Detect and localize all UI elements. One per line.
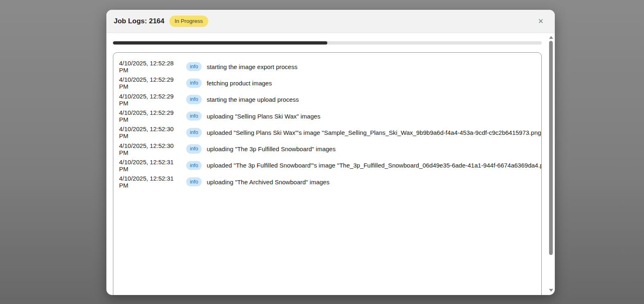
log-message: uploading "The 3p Fulfilled Snowboard" i… (207, 145, 336, 152)
scrollbar-thumb[interactable] (549, 41, 553, 255)
progress-bar (113, 41, 542, 45)
close-icon[interactable]: × (536, 16, 546, 27)
log-message: uploaded "Selling Plans Ski Wax"'s image… (207, 129, 542, 136)
modal-title: Job Logs: 2164 (114, 17, 164, 25)
log-timestamp: 4/10/2025, 12:52:31 PM (119, 175, 181, 189)
log-message: uploaded "The 3p Fulfilled Snowboard"'s … (207, 162, 542, 169)
log-row: 4/10/2025, 12:52:29 PM info fetching pro… (119, 75, 536, 91)
log-level-badge: info (186, 144, 202, 154)
log-row: 4/10/2025, 12:52:29 PM info starting the… (119, 92, 536, 108)
log-row: 4/10/2025, 12:52:31 PM info uploading "T… (119, 174, 536, 190)
log-message: fetching product images (207, 80, 272, 87)
log-timestamp: 4/10/2025, 12:52:29 PM (119, 76, 181, 90)
modal-header: Job Logs: 2164 In Progress × (106, 10, 555, 33)
log-row: 4/10/2025, 12:52:30 PM info uploaded "Se… (119, 124, 536, 141)
progress-fill (113, 41, 327, 45)
log-timestamp: 4/10/2025, 12:52:31 PM (119, 159, 181, 172)
log-level-badge: info (186, 128, 202, 137)
log-message: starting the image export process (207, 63, 297, 70)
log-row: 4/10/2025, 12:52:29 PM info uploading "S… (119, 108, 536, 124)
log-row: 4/10/2025, 12:52:31 PM info uploaded "Th… (119, 157, 536, 174)
log-message: uploading "Selling Plans Ski Wax" images (207, 113, 320, 120)
job-logs-modal: Job Logs: 2164 In Progress × 4/10/2025, … (106, 10, 555, 295)
log-level-badge: info (186, 161, 202, 170)
log-timestamp: 4/10/2025, 12:52:30 PM (119, 142, 181, 156)
log-level-badge: info (186, 78, 202, 88)
scroll-down-icon[interactable] (549, 289, 553, 292)
log-panel[interactable]: 4/10/2025, 12:52:28 PM info starting the… (113, 52, 542, 295)
log-row: 4/10/2025, 12:52:30 PM info uploading "T… (119, 141, 536, 157)
log-timestamp: 4/10/2025, 12:52:30 PM (119, 125, 181, 139)
log-timestamp: 4/10/2025, 12:52:29 PM (119, 109, 181, 123)
modal-body: 4/10/2025, 12:52:28 PM info starting the… (106, 33, 555, 295)
log-row: 4/10/2025, 12:52:28 PM info starting the… (119, 58, 536, 75)
log-level-badge: info (186, 95, 202, 104)
log-message: uploading "The Archived Snowboard" image… (207, 179, 329, 186)
log-message: starting the image upload process (207, 96, 299, 103)
log-level-badge: info (186, 112, 202, 121)
log-level-badge: info (186, 177, 202, 187)
scroll-up-icon[interactable] (549, 36, 553, 39)
log-timestamp: 4/10/2025, 12:52:28 PM (119, 60, 181, 74)
log-level-badge: info (186, 62, 202, 72)
status-badge: In Progress (169, 16, 208, 27)
scrollbar (549, 35, 553, 293)
log-timestamp: 4/10/2025, 12:52:29 PM (119, 93, 181, 107)
